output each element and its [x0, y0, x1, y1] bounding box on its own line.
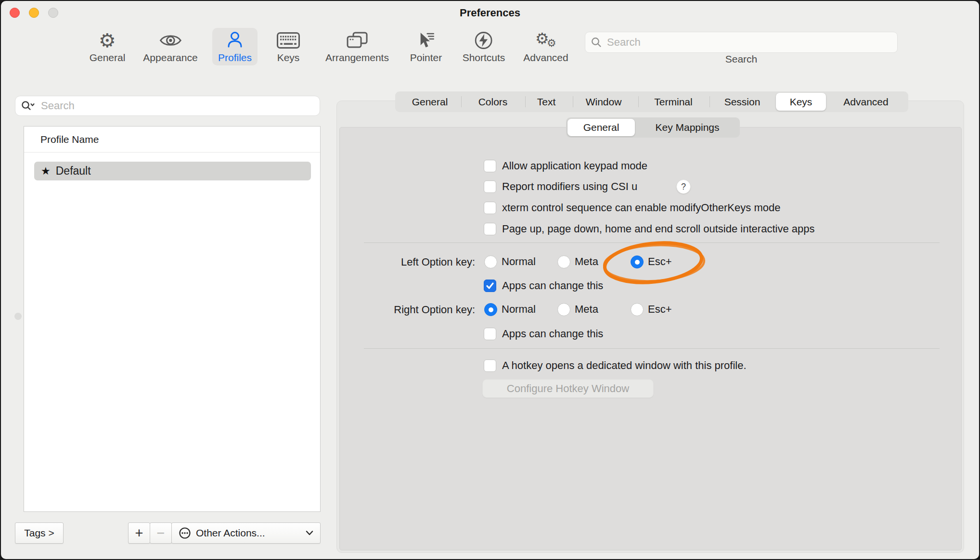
profile-search-input[interactable]	[40, 99, 314, 113]
radio-left-normal[interactable]	[484, 255, 497, 268]
tags-button[interactable]: Tags >	[15, 522, 64, 544]
keys-pane-background	[339, 127, 962, 550]
chevron-down-icon	[306, 531, 313, 535]
configure-hotkey-window-button[interactable]: Configure Hotkey Window	[482, 379, 654, 398]
radio-label: Esc+	[648, 255, 672, 268]
profile-list-header: Profile Name	[40, 134, 99, 145]
radio-left-esc[interactable]	[631, 255, 644, 268]
tab-general[interactable]: General	[412, 91, 448, 112]
keyboard-icon	[277, 30, 300, 51]
tab-separator	[573, 96, 573, 107]
checkbox-label: xterm control sequence can enable modify…	[502, 201, 780, 215]
checkbox-label: Apps can change this	[502, 327, 603, 341]
left-option-key-label: Left Option key:	[333, 255, 475, 269]
add-profile-button[interactable]: +	[128, 522, 150, 544]
radio-label: Meta	[575, 303, 598, 316]
section-divider	[364, 348, 940, 349]
subtab-general[interactable]: General	[583, 117, 619, 138]
minus-icon: −	[157, 526, 165, 540]
toolbar-search-label: Search	[725, 53, 758, 65]
toolbar-item-label: Appearance	[143, 52, 197, 64]
window-chrome: Preferences ⚙ General Appearance Profile…	[0, 0, 980, 560]
search-scope-icon	[21, 101, 36, 111]
toolbar-item-shortcuts[interactable]: Shortcuts	[457, 28, 511, 65]
profile-tabbar	[395, 91, 908, 112]
checkbox-label: Report modifiers using CSI u	[502, 180, 637, 193]
radio-label: Meta	[575, 255, 598, 268]
help-button[interactable]: ?	[676, 179, 691, 194]
right-option-key-label: Right Option key:	[333, 303, 475, 317]
checkbox-page-scroll[interactable]	[484, 223, 496, 235]
tab-terminal[interactable]: Terminal	[654, 91, 692, 112]
toolbar-item-label: Profiles	[218, 52, 252, 64]
toolbar-item-arrangements[interactable]: Arrangements	[320, 28, 395, 65]
list-header-divider	[24, 152, 320, 153]
toolbar-item-label: Pointer	[410, 52, 442, 64]
subtab-key-mappings[interactable]: Key Mappings	[655, 117, 719, 138]
toolbar-item-label: Advanced	[523, 52, 568, 64]
tab-session[interactable]: Session	[724, 91, 761, 112]
toolbar-search-field[interactable]	[585, 32, 898, 53]
other-actions-label: Other Actions...	[196, 527, 265, 539]
star-icon: ★	[41, 165, 51, 177]
profile-name: Default	[56, 165, 91, 178]
search-icon	[591, 37, 602, 48]
radio-right-normal[interactable]	[484, 303, 497, 316]
lightning-icon	[474, 30, 493, 51]
radio-label: Normal	[502, 255, 536, 268]
sidebar-drag-dot	[14, 313, 22, 320]
tab-keys[interactable]: Keys	[790, 91, 812, 112]
profile-row-default[interactable]: ★ Default	[34, 162, 311, 180]
checkbox-right-apps-can-change[interactable]	[484, 328, 496, 340]
tab-separator	[525, 96, 526, 107]
profile-list: Profile Name ★ Default	[24, 126, 321, 512]
other-actions-dropdown[interactable]: Other Actions...	[171, 522, 321, 544]
window-title: Preferences	[1, 7, 979, 19]
windows-icon	[347, 30, 368, 51]
tab-window[interactable]: Window	[586, 91, 622, 112]
toolbar-item-profiles[interactable]: Profiles	[212, 28, 258, 65]
remove-profile-button[interactable]: −	[150, 522, 172, 544]
toolbar-item-label: Shortcuts	[463, 52, 505, 64]
cursor-icon	[416, 30, 436, 51]
toolbar-item-label: Keys	[277, 52, 300, 64]
gear-icon: ⚙	[99, 30, 116, 51]
preferences-window: Preferences ⚙ General Appearance Profile…	[0, 0, 980, 560]
checkbox-label: Page up, page down, home and end scroll …	[502, 222, 814, 236]
checkbox-keypad-mode[interactable]	[484, 160, 496, 172]
profile-search-field[interactable]	[15, 96, 320, 116]
toolbar-item-label: General	[90, 52, 126, 64]
eye-icon	[159, 30, 181, 51]
circled-ellipsis-icon	[179, 527, 191, 539]
tab-separator	[638, 96, 639, 107]
checkbox-label: Allow application keypad mode	[502, 159, 647, 173]
checkbox-left-apps-can-change[interactable]	[484, 280, 496, 292]
section-divider	[364, 242, 940, 243]
toolbar-item-pointer[interactable]: Pointer	[404, 28, 448, 65]
person-icon	[225, 30, 245, 51]
radio-left-meta[interactable]	[557, 255, 570, 268]
tab-separator	[461, 96, 462, 107]
toolbar-item-label: Arrangements	[325, 52, 389, 64]
toolbar-item-appearance[interactable]: Appearance	[137, 28, 203, 65]
tab-separator	[709, 96, 710, 107]
checkbox-label: A hotkey opens a dedicated window with t…	[502, 359, 747, 372]
tags-button-label: Tags >	[24, 527, 54, 539]
plus-icon: +	[135, 526, 143, 540]
radio-label: Esc+	[648, 303, 672, 316]
checkbox-modifyotherkeys[interactable]	[484, 202, 496, 214]
radio-right-esc[interactable]	[631, 303, 644, 316]
tab-colors[interactable]: Colors	[478, 91, 508, 112]
checkmark-icon	[485, 281, 495, 291]
radio-label: Normal	[502, 303, 536, 316]
radio-right-meta[interactable]	[557, 303, 570, 316]
toolbar-search-input[interactable]	[606, 36, 891, 49]
checkbox-hotkey-window[interactable]	[484, 359, 496, 372]
tab-advanced[interactable]: Advanced	[843, 91, 888, 112]
toolbar-item-keys[interactable]: Keys	[271, 28, 306, 65]
toolbar-item-general[interactable]: ⚙ General	[84, 28, 131, 65]
checkbox-csi-u[interactable]	[484, 180, 496, 193]
tab-text[interactable]: Text	[537, 91, 556, 112]
double-gear-icon: ⚙ ⚙	[534, 30, 557, 51]
toolbar-item-advanced[interactable]: ⚙ ⚙ Advanced	[517, 28, 574, 65]
